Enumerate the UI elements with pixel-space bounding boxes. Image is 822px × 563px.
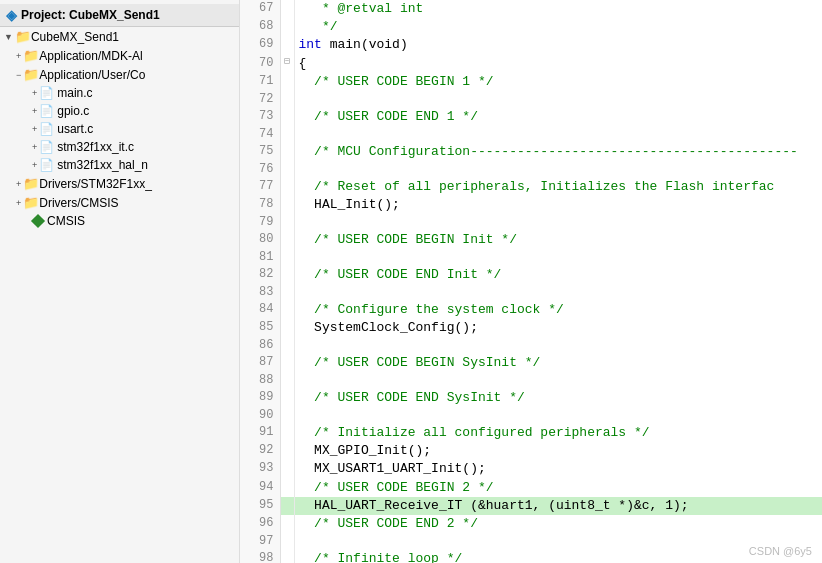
line-number: 76 <box>240 161 280 178</box>
fold-icon[interactable]: ⊟ <box>280 55 294 73</box>
table-row: 84 /* Configure the system clock */ <box>240 301 822 319</box>
line-number: 85 <box>240 319 280 337</box>
diamond-icon-cmsis <box>31 214 45 228</box>
sidebar-item-drivers-stm32[interactable]: + 📁 Drivers/STM32F1xx_ <box>0 174 239 193</box>
code-content: /* USER CODE BEGIN SysInit */ <box>294 354 822 372</box>
code-content: HAL_Init(); <box>294 196 822 214</box>
line-number: 89 <box>240 389 280 407</box>
code-content <box>294 126 822 143</box>
table-row: 71 /* USER CODE BEGIN 1 */ <box>240 73 822 91</box>
sidebar-item-label-mdk: Application/MDK-Al <box>39 49 142 63</box>
folder-icon-drivers-stm32: 📁 <box>23 176 39 191</box>
table-row: 81 <box>240 249 822 266</box>
sidebar-item-cmsis[interactable]: CMSIS <box>0 212 239 230</box>
code-content: HAL_UART_Receive_IT (&huart1, (uint8_t *… <box>294 497 822 515</box>
expand-icon-stm32-hal[interactable]: + <box>32 160 37 170</box>
expand-icon-stm32-it[interactable]: + <box>32 142 37 152</box>
table-row: 70⊟{ <box>240 55 822 73</box>
project-header: ◈ Project: CubeMX_Send1 <box>0 4 239 27</box>
line-number: 71 <box>240 73 280 91</box>
fold-icon <box>280 18 294 36</box>
expand-icon-root[interactable]: ▼ <box>4 32 13 42</box>
code-content: MX_USART1_UART_Init(); <box>294 460 822 478</box>
sidebar-item-application-mdk[interactable]: + 📁 Application/MDK-Al <box>0 46 239 65</box>
sidebar-item-usart-c[interactable]: + 📄 usart.c <box>0 120 239 138</box>
fold-icon <box>280 143 294 161</box>
fold-icon <box>280 126 294 143</box>
fold-icon <box>280 91 294 108</box>
expand-icon-user[interactable]: − <box>16 70 21 80</box>
project-icon: ◈ <box>6 7 17 23</box>
table-row: 94 /* USER CODE BEGIN 2 */ <box>240 479 822 497</box>
code-content: /* USER CODE BEGIN 1 */ <box>294 73 822 91</box>
code-content: SystemClock_Config(); <box>294 319 822 337</box>
code-editor[interactable]: 67 * @retval int68 */69int main(void)70⊟… <box>240 0 822 563</box>
code-content <box>294 533 822 550</box>
sidebar-item-main-c[interactable]: + 📄 main.c <box>0 84 239 102</box>
expand-icon-gpio[interactable]: + <box>32 106 37 116</box>
fold-icon <box>280 284 294 301</box>
expand-icon-usart[interactable]: + <box>32 124 37 134</box>
table-row: 96 /* USER CODE END 2 */ <box>240 515 822 533</box>
fold-icon <box>280 442 294 460</box>
code-content: /* USER CODE END Init */ <box>294 266 822 284</box>
folder-icon-drivers-cmsis: 📁 <box>23 195 39 210</box>
table-row: 77 /* Reset of all peripherals, Initiali… <box>240 178 822 196</box>
sidebar-item-gpio-c[interactable]: + 📄 gpio.c <box>0 102 239 120</box>
line-number: 79 <box>240 214 280 231</box>
sidebar-item-label-drivers-stm32: Drivers/STM32F1xx_ <box>39 177 152 191</box>
line-number: 95 <box>240 497 280 515</box>
fold-icon <box>280 319 294 337</box>
code-content <box>294 161 822 178</box>
fold-icon <box>280 0 294 18</box>
line-number: 93 <box>240 460 280 478</box>
expand-icon-mdk[interactable]: + <box>16 51 21 61</box>
code-content <box>294 372 822 389</box>
sidebar-item-stm32-it[interactable]: + 📄 stm32f1xx_it.c <box>0 138 239 156</box>
fold-icon <box>280 214 294 231</box>
expand-icon-main[interactable]: + <box>32 88 37 98</box>
table-row: 78 HAL_Init(); <box>240 196 822 214</box>
table-row: 76 <box>240 161 822 178</box>
sidebar-item-stm32-hal[interactable]: + 📄 stm32f1xx_hal_n <box>0 156 239 174</box>
line-number: 96 <box>240 515 280 533</box>
line-number: 68 <box>240 18 280 36</box>
line-number: 97 <box>240 533 280 550</box>
sidebar-item-root[interactable]: ▼ 📁 CubeMX_Send1 <box>0 27 239 46</box>
sidebar-item-application-user[interactable]: − 📁 Application/User/Co <box>0 65 239 84</box>
table-row: 90 <box>240 407 822 424</box>
file-tree-sidebar[interactable]: ◈ Project: CubeMX_Send1 ▼ 📁 CubeMX_Send1… <box>0 0 240 563</box>
main-container: ◈ Project: CubeMX_Send1 ▼ 📁 CubeMX_Send1… <box>0 0 822 563</box>
table-row: 88 <box>240 372 822 389</box>
line-number: 74 <box>240 126 280 143</box>
table-row: 80 /* USER CODE BEGIN Init */ <box>240 231 822 249</box>
sidebar-item-label-cmsis: CMSIS <box>47 214 85 228</box>
fold-icon <box>280 301 294 319</box>
expand-icon-drivers-stm32[interactable]: + <box>16 179 21 189</box>
fold-icon <box>280 196 294 214</box>
line-number: 75 <box>240 143 280 161</box>
sidebar-item-label-stm32-it: stm32f1xx_it.c <box>57 140 134 154</box>
fold-icon <box>280 178 294 196</box>
file-icon-stm32-it: 📄 <box>39 140 54 154</box>
line-number: 91 <box>240 424 280 442</box>
table-row: 87 /* USER CODE BEGIN SysInit */ <box>240 354 822 372</box>
code-content <box>294 249 822 266</box>
table-row: 98 /* Infinite loop */ <box>240 550 822 563</box>
sidebar-item-label-drivers-cmsis: Drivers/CMSIS <box>39 196 118 210</box>
code-content: /* USER CODE END 2 */ <box>294 515 822 533</box>
table-row: 91 /* Initialize all configured peripher… <box>240 424 822 442</box>
table-row: 89 /* USER CODE END SysInit */ <box>240 389 822 407</box>
sidebar-item-drivers-cmsis[interactable]: + 📁 Drivers/CMSIS <box>0 193 239 212</box>
table-row: 85 SystemClock_Config(); <box>240 319 822 337</box>
code-table: 67 * @retval int68 */69int main(void)70⊟… <box>240 0 822 563</box>
code-content <box>294 214 822 231</box>
expand-icon-drivers-cmsis[interactable]: + <box>16 198 21 208</box>
line-number: 82 <box>240 266 280 284</box>
code-content: int main(void) <box>294 36 822 54</box>
code-content: */ <box>294 18 822 36</box>
sidebar-item-label-user: Application/User/Co <box>39 68 145 82</box>
line-number: 78 <box>240 196 280 214</box>
code-content: /* USER CODE END 1 */ <box>294 108 822 126</box>
code-content: * @retval int <box>294 0 822 18</box>
